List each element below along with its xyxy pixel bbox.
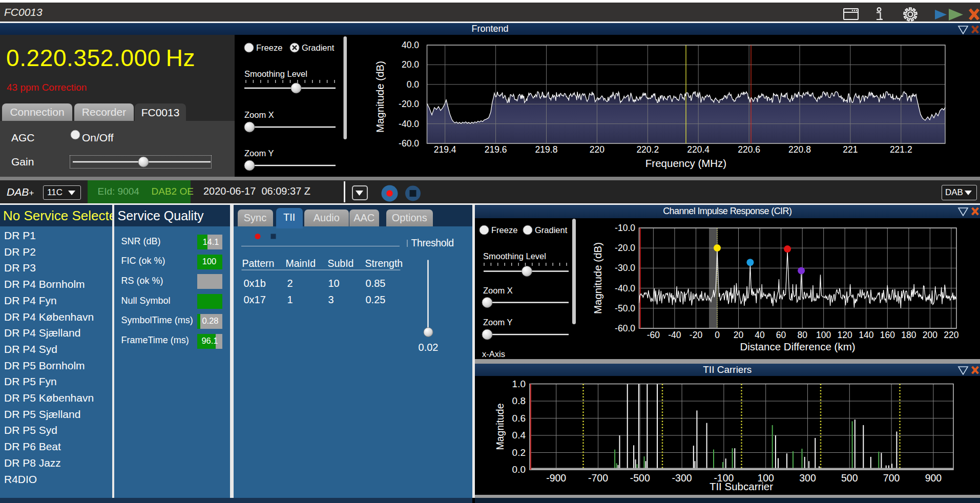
svg-text:-20.0: -20.0: [399, 99, 419, 109]
svg-text:80: 80: [797, 330, 807, 340]
svg-text:0x1b: 0x1b: [243, 277, 265, 288]
svg-text:Smoothing Level: Smoothing Level: [244, 69, 307, 78]
svg-text:0.4: 0.4: [512, 430, 526, 441]
svg-text:221: 221: [843, 144, 858, 155]
svg-text:Gradient: Gradient: [302, 43, 335, 52]
svg-text:TII Subcarrier: TII Subcarrier: [710, 480, 773, 492]
svg-text:Zoom Y: Zoom Y: [244, 149, 274, 158]
svg-text:-300: -300: [672, 472, 692, 484]
svg-text:-500: -500: [630, 472, 650, 484]
svg-text:220.4: 220.4: [687, 144, 710, 155]
svg-text:220: 220: [944, 330, 958, 340]
svg-text:700: 700: [883, 472, 900, 484]
svg-text:220.8: 220.8: [788, 144, 811, 155]
svg-text:0.0: 0.0: [512, 464, 526, 475]
svg-text:20.0: 20.0: [402, 59, 419, 70]
svg-text:Zoom X: Zoom X: [244, 110, 274, 119]
svg-text:1.0: 1.0: [512, 379, 526, 389]
svg-text:SubId: SubId: [327, 258, 353, 269]
svg-text:-30.0: -30.0: [615, 263, 635, 273]
svg-text:1: 1: [287, 294, 293, 305]
svg-text:Freeze: Freeze: [256, 43, 282, 52]
svg-text:221.2: 221.2: [890, 144, 912, 155]
svg-text:120: 120: [838, 330, 852, 340]
svg-text:40.0: 40.0: [402, 40, 419, 50]
svg-text:200: 200: [923, 330, 937, 340]
svg-text:-20.0: -20.0: [615, 243, 635, 253]
svg-text:Frequency (MHz): Frequency (MHz): [645, 157, 726, 169]
svg-text:Pattern: Pattern: [242, 258, 274, 269]
svg-text:2: 2: [287, 277, 293, 288]
svg-text:40: 40: [755, 330, 765, 340]
svg-text:0.6: 0.6: [512, 413, 526, 424]
svg-text:100: 100: [816, 330, 831, 340]
svg-text:220.6: 220.6: [738, 144, 760, 155]
svg-text:-60.0: -60.0: [399, 138, 419, 149]
svg-text:0.25: 0.25: [365, 294, 385, 305]
svg-text:0.85: 0.85: [365, 277, 385, 288]
svg-text:MainId: MainId: [285, 258, 316, 269]
svg-text:Threshold: Threshold: [411, 237, 453, 248]
svg-text:220.2: 220.2: [636, 144, 659, 155]
svg-text:180: 180: [901, 330, 916, 340]
svg-text:Magnitude (dB): Magnitude (dB): [592, 242, 603, 314]
svg-text:900: 900: [925, 472, 942, 484]
svg-text:219.4: 219.4: [434, 144, 456, 155]
svg-text:-900: -900: [546, 472, 566, 484]
svg-text:-50.0: -50.0: [615, 303, 635, 313]
svg-text:300: 300: [799, 472, 816, 484]
svg-text:Distance Difference (km): Distance Difference (km): [740, 341, 855, 352]
svg-text:-20: -20: [690, 330, 703, 340]
svg-text:220: 220: [590, 144, 604, 155]
svg-text:160: 160: [880, 330, 895, 340]
svg-text:0.8: 0.8: [512, 395, 526, 406]
svg-text:-40.0: -40.0: [615, 283, 635, 294]
svg-text:0x17: 0x17: [243, 294, 265, 305]
svg-text:500: 500: [841, 472, 858, 484]
svg-text:0: 0: [715, 330, 720, 340]
svg-text:Strength: Strength: [365, 258, 403, 269]
svg-text:-60.0: -60.0: [615, 323, 635, 333]
svg-text:20: 20: [734, 330, 744, 340]
svg-text:-700: -700: [588, 472, 608, 484]
svg-text:0.2: 0.2: [512, 447, 526, 458]
svg-text:-40: -40: [668, 330, 681, 340]
svg-text:Magnitude (dB): Magnitude (dB): [374, 61, 386, 133]
svg-text:219.8: 219.8: [535, 144, 558, 155]
svg-text:140: 140: [859, 330, 873, 340]
svg-text:-40.0: -40.0: [399, 119, 419, 129]
svg-text:3: 3: [328, 294, 333, 305]
svg-text:10: 10: [328, 277, 339, 288]
svg-text:-10.0: -10.0: [615, 223, 635, 233]
svg-text:0.0: 0.0: [407, 79, 420, 90]
svg-text:60: 60: [776, 330, 786, 340]
svg-text:Magnitude: Magnitude: [494, 403, 506, 450]
svg-text:-60: -60: [647, 330, 660, 340]
svg-text:219.6: 219.6: [485, 144, 507, 155]
svg-text:0.02: 0.02: [418, 342, 438, 353]
